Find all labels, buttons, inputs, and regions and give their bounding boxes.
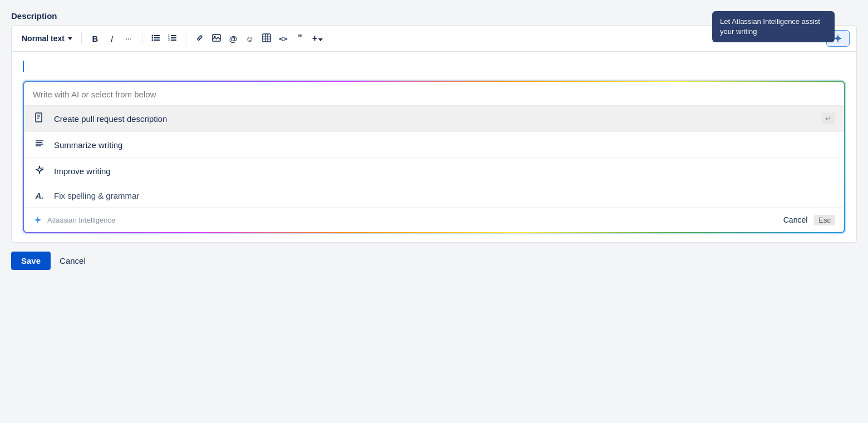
editor-content-area[interactable]: Create pull request description ↵ Summar… bbox=[12, 52, 856, 242]
text-cursor bbox=[23, 61, 24, 72]
svg-rect-1 bbox=[154, 35, 160, 36]
numbered-list-icon: 1. 2. 3. bbox=[168, 33, 177, 44]
toolbar-divider-3 bbox=[186, 32, 186, 45]
ai-panel-footer: Atlassian Intelligence Cancel Esc bbox=[24, 207, 844, 232]
svg-rect-14 bbox=[263, 34, 270, 42]
enter-icon: ↵ bbox=[822, 113, 835, 124]
branding-sparkle-icon bbox=[33, 215, 43, 225]
image-button[interactable] bbox=[209, 31, 224, 46]
create-pr-label: Create pull request description bbox=[54, 114, 814, 124]
format-group: B I ··· bbox=[87, 31, 136, 46]
fix-spelling-icon: A. bbox=[33, 191, 46, 200]
emoji-icon: ☺ bbox=[245, 34, 254, 43]
svg-rect-19 bbox=[36, 113, 42, 122]
bullet-list-icon bbox=[151, 33, 160, 44]
image-icon bbox=[212, 33, 221, 44]
text-style-dropdown[interactable]: Normal text bbox=[18, 32, 76, 45]
chevron-down-icon bbox=[68, 37, 72, 40]
doc-icon bbox=[33, 112, 46, 125]
bottom-actions: Save Cancel bbox=[11, 252, 857, 270]
mention-button[interactable]: @ bbox=[225, 31, 241, 46]
table-button[interactable] bbox=[259, 31, 274, 46]
svg-point-0 bbox=[152, 35, 154, 36]
footer-actions: Cancel Esc bbox=[779, 213, 835, 227]
ai-input-field[interactable] bbox=[33, 90, 835, 99]
summarize-icon bbox=[33, 139, 46, 151]
italic-icon: I bbox=[111, 34, 113, 43]
italic-button[interactable]: I bbox=[104, 31, 120, 46]
ai-branding: Atlassian Intelligence bbox=[33, 215, 115, 225]
quote-button[interactable]: " bbox=[292, 31, 308, 46]
link-icon bbox=[195, 33, 204, 44]
numbered-list-button[interactable]: 1. 2. 3. bbox=[165, 31, 180, 46]
branding-label: Atlassian Intelligence bbox=[47, 216, 115, 224]
ai-option-create-pr[interactable]: Create pull request description ↵ bbox=[24, 106, 844, 132]
svg-text:3.: 3. bbox=[168, 38, 170, 41]
plus-icon: + bbox=[312, 33, 317, 43]
text-style-label: Normal text bbox=[22, 34, 65, 43]
svg-rect-7 bbox=[171, 35, 176, 36]
svg-rect-9 bbox=[171, 37, 176, 38]
improve-label: Improve writing bbox=[54, 166, 835, 176]
svg-point-4 bbox=[152, 39, 154, 41]
ai-option-fix-spelling[interactable]: A. Fix spelling & grammar bbox=[24, 184, 844, 207]
code-button[interactable]: <> bbox=[275, 31, 291, 46]
more-format-button[interactable]: ··· bbox=[121, 31, 136, 46]
ai-input-row bbox=[24, 82, 844, 106]
ai-panel: Create pull request description ↵ Summar… bbox=[23, 81, 845, 233]
toolbar-divider-2 bbox=[142, 32, 142, 45]
quote-icon: " bbox=[298, 33, 302, 43]
cancel-button-main[interactable]: Cancel bbox=[57, 252, 88, 270]
save-button[interactable]: Save bbox=[11, 252, 51, 270]
table-icon bbox=[262, 33, 271, 44]
list-group: 1. 2. 3. bbox=[148, 31, 180, 46]
bold-button[interactable]: B bbox=[87, 31, 103, 46]
text-style-group: Normal text bbox=[18, 32, 76, 45]
fix-spelling-label: Fix spelling & grammar bbox=[54, 191, 835, 200]
esc-badge: Esc bbox=[814, 215, 835, 225]
bold-icon: B bbox=[92, 34, 98, 43]
svg-rect-5 bbox=[154, 40, 160, 41]
mention-icon: @ bbox=[229, 34, 238, 43]
code-icon: <> bbox=[279, 35, 288, 43]
summarize-label: Summarize writing bbox=[54, 140, 835, 150]
insert-button[interactable]: + bbox=[309, 31, 326, 46]
bullet-list-button[interactable] bbox=[148, 31, 164, 46]
insert-dropdown-icon bbox=[317, 34, 323, 43]
svg-point-2 bbox=[152, 37, 154, 38]
insert-group: @ ☺ bbox=[192, 31, 326, 46]
toolbar-divider-1 bbox=[81, 32, 82, 45]
ai-cancel-button[interactable]: Cancel bbox=[779, 213, 812, 227]
svg-rect-11 bbox=[171, 40, 176, 41]
more-icon: ··· bbox=[125, 34, 132, 43]
improve-icon bbox=[33, 165, 46, 177]
ai-option-improve[interactable]: Improve writing bbox=[24, 158, 844, 184]
svg-rect-3 bbox=[154, 37, 160, 38]
link-button[interactable] bbox=[192, 31, 208, 46]
editor-container: Normal text B I ··· bbox=[11, 25, 857, 243]
ai-tooltip: Let Atlassian Intelligence assist your w… bbox=[712, 11, 835, 42]
emoji-button[interactable]: ☺ bbox=[242, 31, 258, 46]
ai-option-summarize[interactable]: Summarize writing bbox=[24, 132, 844, 158]
